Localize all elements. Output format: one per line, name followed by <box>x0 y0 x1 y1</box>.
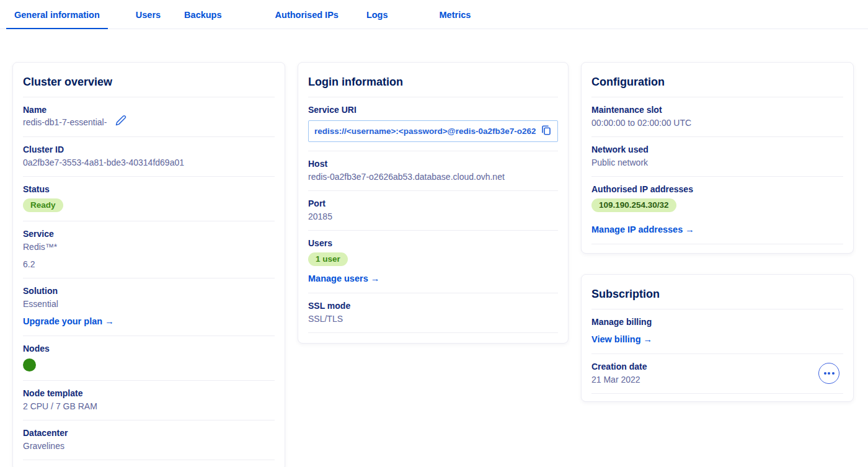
tab-metrics[interactable]: Metrics <box>432 10 479 29</box>
view-billing-link[interactable]: View billing → <box>591 334 652 344</box>
name-value: redis-db1-7-essential- <box>23 117 107 127</box>
service-label: Service <box>23 229 275 239</box>
authorised-ips-label: Authorised IP addresses <box>591 184 843 194</box>
solution-group: Solution Essential Upgrade your plan → <box>13 278 285 336</box>
network-used-value: Public network <box>591 158 843 167</box>
node-template-value: 2 CPU / 7 GB RAM <box>23 401 275 411</box>
service-uri-group: Service URI rediss://<username>:<passwor… <box>298 97 568 151</box>
host-value: redis-0a2fb3e7-o2626ab53.database.cloud.… <box>308 172 558 182</box>
cluster-id-label: Cluster ID <box>23 145 275 154</box>
name-group: Name redis-db1-7-essential- <box>13 97 285 136</box>
upgrade-plan-link[interactable]: Upgrade your plan → <box>23 316 114 326</box>
right-column: Configuration Maintenance slot 00:00:00 … <box>581 62 854 402</box>
port-value: 20185 <box>308 211 558 221</box>
service-name-value: Redis™* <box>23 242 275 252</box>
more-actions-button[interactable] <box>818 363 839 384</box>
nodes-group: Nodes <box>13 336 285 380</box>
maintenance-slot-label: Maintenance slot <box>591 105 843 115</box>
host-group: Host redis-0a2fb3e7-o2626ab53.database.c… <box>298 151 568 190</box>
configuration-card: Configuration Maintenance slot 00:00:00 … <box>581 62 854 254</box>
ip-address-badge: 109.190.254.30/32 <box>591 198 676 212</box>
service-uri-box: rediss://<username>:<password>@redis-0a2… <box>308 120 558 142</box>
subscription-card: Subscription Manage billing View billing… <box>581 274 854 402</box>
name-label: Name <box>23 105 275 115</box>
port-label: Port <box>308 198 558 208</box>
tab-backups[interactable]: Backups <box>176 10 229 29</box>
status-badge: Ready <box>23 198 63 212</box>
subscription-title: Subscription <box>582 275 853 309</box>
ssl-mode-value: SSL/TLS <box>308 314 558 324</box>
tab-logs[interactable]: Logs <box>358 10 396 29</box>
billing-group: Manage billing View billing → <box>582 309 853 354</box>
port-group: Port 20185 <box>298 191 568 230</box>
service-version-value: 6.2 <box>23 259 275 269</box>
users-label: Users <box>308 238 558 248</box>
manage-users-link[interactable]: Manage users → <box>308 274 379 283</box>
copy-uri-button[interactable] <box>541 125 552 138</box>
maintenance-slot-group: Maintenance slot 00:00:00 to 02:00:00 UT… <box>582 97 853 136</box>
pencil-icon <box>115 115 126 128</box>
solution-label: Solution <box>23 286 275 296</box>
tab-authorised-ips[interactable]: Authorised IPs <box>267 10 347 29</box>
status-label: Status <box>23 184 275 194</box>
datacenter-label: Datacenter <box>23 428 275 438</box>
login-information-title: Login information <box>298 63 568 97</box>
cluster-overview-card: Cluster overview Name redis-db1-7-essent… <box>12 62 285 467</box>
copy-icon <box>541 125 552 138</box>
service-uri-value: rediss://<username>:<password>@redis-0a2… <box>314 127 536 136</box>
maintenance-slot-value: 00:00:00 to 02:00:00 UTC <box>591 118 843 128</box>
status-group: Status Ready <box>13 177 285 221</box>
cluster-id-value: 0a2fb3e7-3553-4a81-bde3-40314fd69a01 <box>23 158 275 167</box>
creation-date-group: Creation date 21 Mar 2022 <box>582 354 853 393</box>
cluster-id-group: Cluster ID 0a2fb3e7-3553-4a81-bde3-40314… <box>13 137 285 176</box>
node-status-dot-icon <box>23 358 36 371</box>
authorised-ips-group: Authorised IP addresses 109.190.254.30/3… <box>582 177 853 244</box>
edit-name-button[interactable] <box>115 115 126 128</box>
login-information-card: Login information Service URI rediss://<… <box>298 62 569 344</box>
ellipsis-icon <box>824 372 826 375</box>
ssl-mode-label: SSL mode <box>308 301 558 311</box>
node-template-group: Node template 2 CPU / 7 GB RAM <box>13 381 285 420</box>
node-template-label: Node template <box>23 388 275 398</box>
users-group: Users 1 user Manage users → <box>298 231 568 293</box>
nodes-label: Nodes <box>23 344 275 354</box>
ssl-mode-group: SSL mode SSL/TLS <box>298 293 568 332</box>
tab-general-information[interactable]: General information <box>6 10 108 29</box>
creation-date-label: Creation date <box>591 362 647 371</box>
creation-date-value: 21 Mar 2022 <box>591 375 647 385</box>
manage-billing-label: Manage billing <box>591 317 843 327</box>
cluster-overview-title: Cluster overview <box>13 63 285 97</box>
tab-users[interactable]: Users <box>128 10 169 29</box>
network-used-label: Network used <box>591 145 843 154</box>
configuration-title: Configuration <box>582 63 853 97</box>
datacenter-group: Datacenter Gravelines <box>13 420 285 460</box>
service-uri-label: Service URI <box>308 105 558 115</box>
network-used-group: Network used Public network <box>582 137 853 176</box>
datacenter-value: Gravelines <box>23 441 275 451</box>
users-count-badge: 1 user <box>308 252 348 266</box>
manage-ips-link[interactable]: Manage IP addresses → <box>591 225 694 234</box>
tab-bar: General information Users Backups Author… <box>0 0 868 29</box>
host-label: Host <box>308 159 558 169</box>
solution-value: Essential <box>23 299 275 309</box>
service-group: Service Redis™* 6.2 <box>13 221 285 278</box>
main-content: Cluster overview Name redis-db1-7-essent… <box>0 29 868 467</box>
